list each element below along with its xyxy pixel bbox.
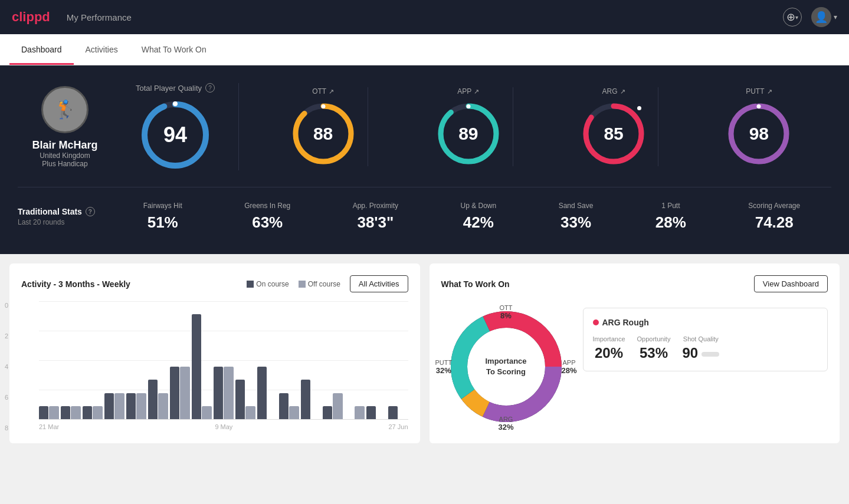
stats-info-icon[interactable]: ?: [86, 207, 95, 216]
metrics-grid: OTT ↗ 88 APP: [251, 87, 831, 166]
detail-dot-icon: [593, 319, 599, 325]
bar-on-course: [126, 393, 136, 419]
bar-group: [104, 393, 124, 419]
header-title: My Performance: [67, 12, 132, 22]
hero-top: 🏌️ Blair McHarg United Kingdom Plus Hand…: [18, 83, 831, 187]
player-info: 🏌️ Blair McHarg United Kingdom Plus Hand…: [18, 86, 112, 168]
quality-section: Total Player Quality ? 94: [136, 83, 831, 170]
stats-title: Traditional Stats ?: [18, 207, 112, 216]
bar-group: [279, 393, 299, 419]
putt-arrow-icon: ↗: [767, 88, 772, 95]
bar-off-course: [71, 406, 80, 419]
bar-on-course: [366, 406, 376, 419]
bar-on-course: [39, 406, 48, 419]
total-quality-label: Total Player Quality ?: [136, 83, 215, 93]
donut-label-putt: PUTT 32%: [435, 359, 453, 375]
work-on-title: What To Work On: [441, 279, 510, 289]
putt-value: 98: [749, 124, 769, 144]
stats-subtitle: Last 20 rounds: [18, 218, 112, 226]
metric-putt: PUTT ↗ 98: [714, 87, 803, 166]
bar-off-course: [180, 367, 189, 419]
activity-title: Activity - 3 Months - Weekly: [21, 279, 130, 289]
all-activities-button[interactable]: All Activities: [350, 275, 408, 292]
off-course-dot: [299, 281, 306, 288]
donut-chart: ImportanceTo Scoring OTT 8% APP 28% ARG …: [441, 302, 571, 431]
tab-activities[interactable]: Activities: [74, 34, 130, 65]
stat-fairways: Fairways Hit 51%: [143, 202, 182, 232]
ott-value: 88: [313, 124, 333, 144]
bar-off-course: [202, 406, 211, 419]
view-dashboard-button[interactable]: View Dashboard: [754, 275, 828, 292]
stats-label-col: Traditional Stats ? Last 20 rounds: [18, 207, 112, 226]
chart-inner: [39, 302, 408, 420]
tab-what-to-work-on[interactable]: What To Work On: [130, 34, 218, 65]
ott-dot: [321, 104, 325, 108]
metric-app: APP ↗ 89: [424, 87, 513, 166]
activity-controls: On course Off course All Activities: [247, 275, 408, 292]
detail-opportunity: Opportunity 53%: [637, 335, 671, 361]
app-value: 89: [458, 124, 478, 144]
detail-card: ARG Rough Importance 20% Opportunity 53%…: [583, 308, 828, 371]
avatar: 👤: [811, 7, 831, 27]
bar-on-course: [257, 367, 267, 419]
bar-on-course: [323, 406, 332, 419]
bar-on-course: [61, 406, 70, 419]
donut-label-app: APP 28%: [561, 359, 576, 375]
total-quality-circle: 94: [140, 100, 211, 170]
bar-on-course: [388, 406, 398, 419]
total-quality: Total Player Quality ? 94: [136, 83, 239, 170]
tabs-bar: Dashboard Activities What To Work On: [0, 34, 849, 65]
chart-bars: [39, 302, 408, 420]
metric-putt-label: PUTT ↗: [746, 87, 772, 95]
chevron-down-icon: ▾: [795, 14, 798, 21]
hero-section: 🏌️ Blair McHarg United Kingdom Plus Hand…: [0, 65, 849, 254]
bar-off-course: [158, 393, 168, 419]
ott-circle: 88: [291, 101, 356, 166]
player-handicap: Plus Handicap: [42, 160, 87, 168]
activity-card: Activity - 3 Months - Weekly On course O…: [9, 263, 420, 443]
bar-off-course: [224, 367, 233, 419]
app-dot: [466, 104, 470, 108]
metric-arg-label: ARG ↗: [602, 87, 625, 95]
bar-on-course: [83, 406, 92, 419]
add-button[interactable]: ⊕ ▾: [783, 8, 802, 27]
stat-cols: Fairways Hit 51% Greens In Reg 63% App. …: [112, 202, 831, 232]
ott-arrow-icon: ↗: [329, 88, 334, 95]
bar-group: [345, 406, 365, 419]
avatar-chevron-icon: ▾: [834, 13, 837, 21]
player-name: Blair McHarg: [32, 139, 97, 151]
detail-shot-quality: Shot Quality 90: [682, 335, 719, 361]
player-avatar: 🏌️: [41, 86, 88, 133]
total-quality-value: 94: [163, 123, 187, 147]
donut-label-arg: ARG 32%: [498, 416, 513, 431]
metric-ott: OTT ↗ 88: [279, 87, 368, 166]
arg-arrow-icon: ↗: [620, 88, 625, 95]
header: clippd My Performance ⊕ ▾ 👤 ▾: [0, 0, 849, 34]
donut-center-label: ImportanceTo Scoring: [485, 356, 526, 377]
bar-on-course: [235, 380, 245, 419]
bar-group: [388, 406, 408, 419]
bar-off-course: [114, 393, 124, 419]
legend-off-course: Off course: [299, 280, 340, 288]
user-menu[interactable]: 👤 ▾: [811, 7, 837, 27]
chart-legend: On course Off course: [247, 280, 340, 288]
bar-off-course: [245, 406, 255, 419]
shot-quality-bar: [702, 352, 719, 357]
chart-area: 8 6 4 2 0 21 Mar 9 May 27 Jun: [21, 302, 408, 431]
bar-off-course: [49, 406, 58, 419]
total-quality-info-icon[interactable]: ?: [205, 83, 215, 93]
putt-circle: 98: [726, 101, 791, 166]
donut-label-ott: OTT 8%: [500, 304, 513, 320]
stat-sandsave: Sand Save 33%: [559, 202, 594, 232]
stat-greens: Greens In Reg 63%: [244, 202, 290, 232]
work-on-card-header: What To Work On View Dashboard: [441, 275, 828, 292]
bar-group: [366, 406, 386, 419]
bar-group: [170, 367, 190, 419]
bar-group: [148, 380, 168, 419]
tab-dashboard[interactable]: Dashboard: [9, 34, 74, 65]
y-axis-labels: 8 6 4 2 0: [5, 302, 8, 431]
detail-importance: Importance 20%: [593, 335, 625, 361]
bar-on-course: [170, 367, 179, 419]
activity-card-header: Activity - 3 Months - Weekly On course O…: [21, 275, 408, 292]
arg-circle: 85: [581, 101, 646, 166]
